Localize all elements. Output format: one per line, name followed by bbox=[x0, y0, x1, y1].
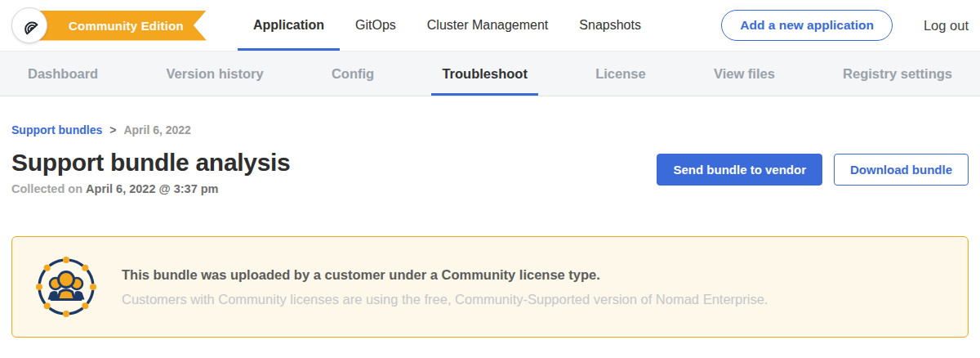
tab-gitops[interactable]: GitOps bbox=[340, 0, 412, 51]
community-people-icon bbox=[33, 254, 99, 320]
subnav-item-troubleshoot[interactable]: Troubleshoot bbox=[436, 51, 533, 96]
tab-application[interactable]: Application bbox=[238, 0, 340, 51]
community-license-notice: This bundle was uploaded by a customer u… bbox=[11, 236, 969, 338]
add-new-application-button[interactable]: Add a new application bbox=[721, 10, 893, 41]
bundle-actions: Send bundle to vendor Download bundle bbox=[657, 154, 969, 186]
tab-snapshots[interactable]: Snapshots bbox=[564, 0, 657, 51]
app-subnav: Dashboard Version history Config Trouble… bbox=[0, 51, 980, 96]
breadcrumb-separator: > bbox=[109, 123, 116, 136]
main-content: Support bundles > April 6, 2022 Support … bbox=[0, 123, 980, 338]
page-title-block: Support bundle analysis Collected on Apr… bbox=[11, 149, 290, 195]
subnav-item-license[interactable]: License bbox=[590, 51, 651, 96]
subnav-item-config[interactable]: Config bbox=[326, 51, 380, 96]
send-bundle-to-vendor-button[interactable]: Send bundle to vendor bbox=[657, 154, 822, 186]
subnav-item-dashboard[interactable]: Dashboard bbox=[22, 51, 104, 96]
breadcrumb: Support bundles > April 6, 2022 bbox=[11, 123, 969, 136]
notice-text-block: This bundle was uploaded by a customer u… bbox=[122, 267, 768, 307]
breadcrumb-support-bundles-link[interactable]: Support bundles bbox=[11, 123, 102, 136]
subnav-item-version-history[interactable]: Version history bbox=[160, 51, 269, 96]
page-header-row: Support bundle analysis Collected on Apr… bbox=[11, 149, 969, 195]
breadcrumb-current: April 6, 2022 bbox=[123, 123, 191, 136]
page-title: Support bundle analysis bbox=[11, 149, 290, 177]
notice-title: This bundle was uploaded by a customer u… bbox=[122, 267, 768, 283]
notice-subtitle: Customers with Community licenses are us… bbox=[122, 292, 768, 307]
replicated-logo-icon[interactable] bbox=[11, 7, 47, 43]
subnav-item-registry-settings[interactable]: Registry settings bbox=[837, 51, 958, 96]
collected-date: April 6, 2022 @ 3:37 pm bbox=[86, 182, 218, 195]
collected-prefix: Collected on bbox=[11, 182, 82, 195]
subnav-item-view-files[interactable]: View files bbox=[708, 51, 781, 96]
logout-link[interactable]: Log out bbox=[924, 18, 969, 34]
primary-nav: Application GitOps Cluster Management Sn… bbox=[238, 0, 657, 51]
community-edition-badge: Community Edition bbox=[34, 11, 207, 41]
top-navbar: Community Edition Application GitOps Clu… bbox=[0, 0, 980, 51]
topnav-right: Add a new application Log out bbox=[721, 10, 980, 41]
collected-timestamp: Collected on April 6, 2022 @ 3:37 pm bbox=[11, 182, 290, 195]
download-bundle-button[interactable]: Download bundle bbox=[834, 154, 969, 186]
brand[interactable]: Community Edition bbox=[11, 0, 207, 51]
tab-cluster-management[interactable]: Cluster Management bbox=[412, 0, 564, 51]
